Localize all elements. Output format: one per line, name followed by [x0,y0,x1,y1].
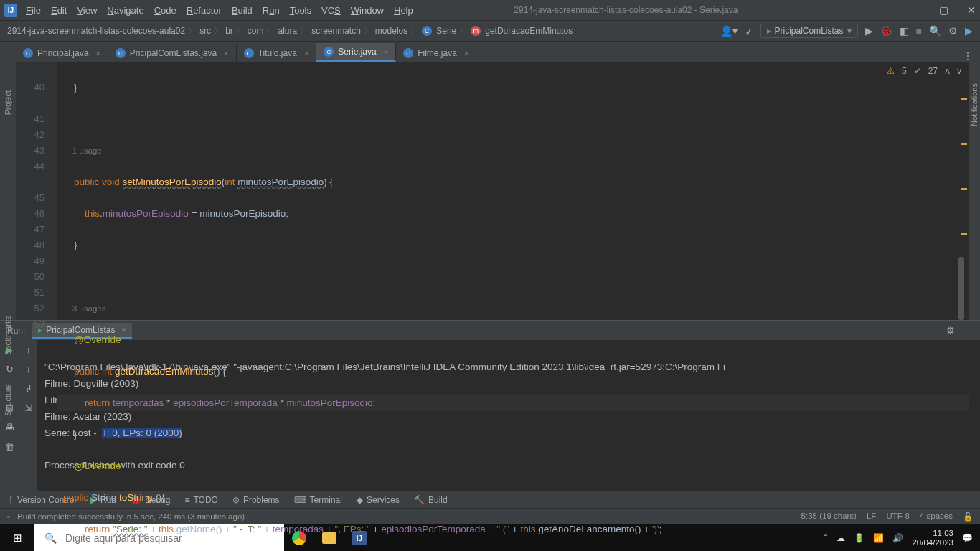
start-button[interactable]: ⊞ [0,524,34,551]
search-icon: 🔍 [44,532,57,544]
close-tab-icon[interactable]: × [464,49,468,57]
navigation-bar: 2914-java-screenmatch-listas-colecoes-au… [0,20,980,42]
crumb-src[interactable]: src [199,26,211,36]
warning-icon: ⚠ [887,66,895,76]
app-logo: IJ [4,4,17,17]
status-tool-windows-icon[interactable]: ▫ [7,512,10,521]
left-tool-strip: Project Bookmarks Structure [0,62,16,320]
menu-code[interactable]: Code [154,5,176,16]
up-icon[interactable]: ↑ [26,344,31,355]
scroll-end-icon[interactable]: ⇲ [24,402,32,413]
error-stripe[interactable] [961,98,969,278]
crumb-method[interactable]: getDuracaoEmMinutos [485,26,573,36]
window-title: 2914-java-screenmatch-listas-colecoes-au… [341,5,910,15]
close-tab-icon[interactable]: × [304,49,308,57]
menu-tools[interactable]: Tools [290,5,311,16]
run-config-name: PricipalComListas [775,26,844,36]
tab-serie[interactable]: CSerie.java× [316,43,396,62]
menu-vcs[interactable]: VCS [321,5,341,16]
breadcrumb: 2914-java-screenmatch-listas-colecoes-au… [7,25,573,37]
menu-refactor[interactable]: Refactor [187,5,222,16]
menu-file[interactable]: File [26,5,41,16]
code-area[interactable]: } 1 usage public void setMinutosPorEpiso… [57,62,969,320]
menu-navigate[interactable]: Navigate [107,5,143,16]
stop-button[interactable]: ■ [916,25,922,37]
editor-tabs: CPrincipal.java× CPricipalComListas.java… [0,42,980,62]
coverage-button[interactable]: ◧ [900,25,909,37]
print-icon[interactable]: 🖶 [5,422,14,433]
menu-build[interactable]: Build [232,5,253,16]
crumb-class[interactable]: Serie [436,26,456,36]
tab-titulo[interactable]: CTitulo.java× [237,44,317,62]
ok-icon: ✔ [914,66,921,76]
crumb-screenmatch[interactable]: screenmatch [311,26,361,36]
prev-highlight-icon[interactable]: ʌ [945,66,950,76]
crumb-br[interactable]: br [225,26,233,36]
maximize-icon[interactable]: ▢ [939,4,948,16]
run-toolbar-left2: ↑ ↓ ↲ ⇲ [19,340,37,491]
crumb-project[interactable]: 2914-java-screenmatch-listas-colecoes-au… [7,26,185,36]
next-highlight-icon[interactable]: v [957,66,961,76]
close-tab-icon[interactable]: × [224,49,228,57]
close-icon[interactable]: ✕ [967,4,976,16]
close-tab-icon[interactable]: × [384,47,388,56]
right-tool-strip: Notifications [969,62,980,320]
add-user-icon[interactable]: 👤▾ [720,25,738,37]
bookmarks-tool-button[interactable]: Bookmarks [4,316,12,355]
inspection-widget[interactable]: ⚠5 ✔27 ʌ v [887,66,961,76]
menu-edit[interactable]: Edit [51,5,67,16]
crumb-com[interactable]: com [248,26,264,36]
menu-run[interactable]: Run [263,5,280,16]
notifications-tool-button[interactable]: Notifications [970,83,979,126]
tab-principal[interactable]: CPrincipal.java× [16,44,108,62]
delete-icon[interactable]: 🗑 [5,441,14,452]
run-button[interactable]: ▶ [865,25,873,37]
down-icon[interactable]: ↓ [26,364,31,375]
rerun-failed-icon[interactable]: ↻ [6,364,14,375]
structure-tool-button[interactable]: Structure [4,384,12,416]
build-icon[interactable]: ↙ [743,24,755,37]
close-tab-icon[interactable]: × [95,49,100,57]
method-icon: m [471,26,481,36]
settings-icon[interactable]: ⚙ [948,25,958,37]
crumb-modelos[interactable]: modelos [375,26,407,36]
crumb-alura[interactable]: alura [278,26,297,36]
tab-filme[interactable]: CFilme.java× [396,44,476,62]
editor-scrollbar[interactable] [958,257,964,320]
plugin-icon[interactable]: ▶ [965,25,973,37]
search-icon[interactable]: 🔍 [929,25,941,37]
gutter: 40 41 42 43 44 45 46 47 48 49 50 51 52 5… [16,62,57,320]
run-config-selector[interactable]: ▸ PricipalComListas ▾ [760,24,858,38]
debug-button[interactable]: 🐞 [880,25,892,37]
editor: Project Bookmarks Structure 40 41 42 43 … [0,62,980,320]
tabs-more-icon[interactable]: ⋮ [963,50,973,62]
soft-wrap-icon[interactable]: ↲ [24,383,32,394]
class-icon: C [422,26,432,36]
minimize-icon[interactable]: — [910,4,920,16]
tab-pricipalcomlistas[interactable]: CPricipalComListas.java× [108,44,237,62]
title-bar: IJ File Edit View Navigate Code Refactor… [0,0,980,20]
menu-view[interactable]: View [77,5,97,16]
project-tool-button[interactable]: Project [4,90,12,115]
